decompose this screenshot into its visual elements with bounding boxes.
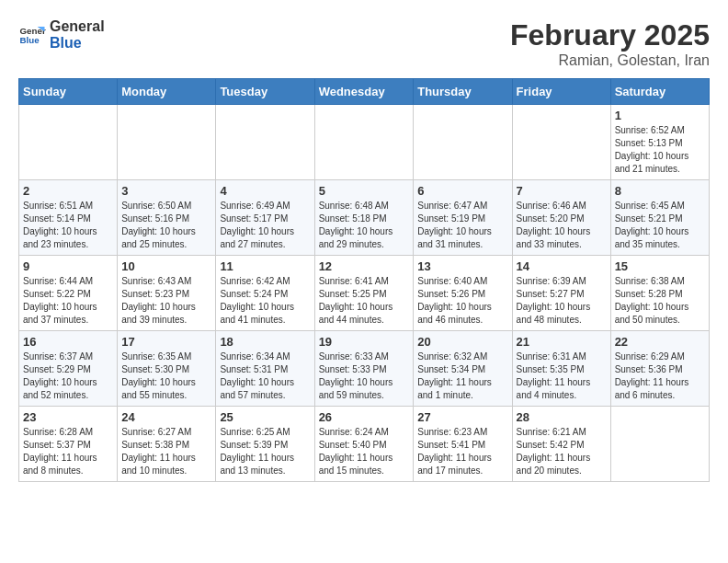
day-info: Sunrise: 6:31 AM Sunset: 5:35 PM Dayligh… [517, 350, 607, 402]
day-info: Sunrise: 6:51 AM Sunset: 5:14 PM Dayligh… [23, 200, 113, 251]
day-number: 8 [615, 184, 705, 198]
day-info: Sunrise: 6:33 AM Sunset: 5:33 PM Dayligh… [319, 350, 410, 402]
calendar-cell: 25Sunrise: 6:25 AM Sunset: 5:39 PM Dayli… [216, 407, 314, 482]
title-block: February 2025 Ramian, Golestan, Iran [510, 18, 710, 69]
calendar-cell: 21Sunrise: 6:31 AM Sunset: 5:35 PM Dayli… [512, 331, 610, 407]
calendar-cell: 6Sunrise: 6:47 AM Sunset: 5:19 PM Daylig… [414, 180, 512, 256]
day-number: 26 [319, 410, 410, 424]
logo-text-general: General [50, 18, 105, 35]
calendar-week-row: 23Sunrise: 6:28 AM Sunset: 5:37 PM Dayli… [19, 407, 710, 482]
calendar-cell: 22Sunrise: 6:29 AM Sunset: 5:36 PM Dayli… [610, 331, 709, 407]
calendar-cell: 8Sunrise: 6:45 AM Sunset: 5:21 PM Daylig… [610, 180, 709, 256]
day-info: Sunrise: 6:41 AM Sunset: 5:25 PM Dayligh… [319, 275, 410, 327]
calendar-week-row: 2Sunrise: 6:51 AM Sunset: 5:14 PM Daylig… [19, 180, 710, 256]
day-info: Sunrise: 6:25 AM Sunset: 5:39 PM Dayligh… [220, 426, 310, 477]
weekday-header-sunday: Sunday [19, 79, 118, 105]
day-number: 1 [615, 109, 705, 122]
calendar-cell: 18Sunrise: 6:34 AM Sunset: 5:31 PM Dayli… [216, 331, 314, 407]
calendar-cell: 16Sunrise: 6:37 AM Sunset: 5:29 PM Dayli… [19, 331, 118, 407]
day-info: Sunrise: 6:37 AM Sunset: 5:29 PM Dayligh… [23, 350, 113, 402]
calendar-week-row: 1Sunrise: 6:52 AM Sunset: 5:13 PM Daylig… [19, 105, 710, 180]
day-number: 13 [417, 259, 507, 273]
day-info: Sunrise: 6:24 AM Sunset: 5:40 PM Dayligh… [319, 426, 410, 477]
day-info: Sunrise: 6:38 AM Sunset: 5:28 PM Dayligh… [615, 275, 705, 327]
day-info: Sunrise: 6:40 AM Sunset: 5:26 PM Dayligh… [417, 275, 507, 327]
calendar-table: SundayMondayTuesdayWednesdayThursdayFrid… [18, 78, 710, 482]
calendar-cell: 15Sunrise: 6:38 AM Sunset: 5:28 PM Dayli… [610, 256, 709, 331]
day-number: 23 [23, 410, 113, 424]
day-info: Sunrise: 6:44 AM Sunset: 5:22 PM Dayligh… [23, 275, 113, 327]
calendar-week-row: 9Sunrise: 6:44 AM Sunset: 5:22 PM Daylig… [19, 256, 710, 331]
calendar-cell: 20Sunrise: 6:32 AM Sunset: 5:34 PM Dayli… [414, 331, 512, 407]
calendar-cell: 17Sunrise: 6:35 AM Sunset: 5:30 PM Dayli… [118, 331, 216, 407]
day-info: Sunrise: 6:29 AM Sunset: 5:36 PM Dayligh… [615, 350, 705, 402]
day-number: 6 [417, 184, 507, 198]
svg-text:Blue: Blue [20, 35, 40, 45]
calendar-week-row: 16Sunrise: 6:37 AM Sunset: 5:29 PM Dayli… [19, 331, 710, 407]
calendar-cell [19, 105, 118, 180]
logo: General Blue General Blue [18, 18, 105, 51]
day-info: Sunrise: 6:23 AM Sunset: 5:41 PM Dayligh… [417, 426, 507, 477]
day-info: Sunrise: 6:48 AM Sunset: 5:18 PM Dayligh… [319, 200, 410, 251]
day-number: 12 [319, 259, 410, 273]
day-info: Sunrise: 6:42 AM Sunset: 5:24 PM Dayligh… [220, 275, 310, 327]
day-number: 24 [121, 410, 211, 424]
calendar-cell: 28Sunrise: 6:21 AM Sunset: 5:42 PM Dayli… [512, 407, 610, 482]
weekday-header-saturday: Saturday [610, 79, 709, 105]
calendar-cell [414, 105, 512, 180]
day-info: Sunrise: 6:21 AM Sunset: 5:42 PM Dayligh… [517, 426, 607, 477]
month-year-title: February 2025 [510, 18, 710, 52]
day-number: 14 [517, 259, 607, 273]
calendar-cell [314, 105, 414, 180]
day-info: Sunrise: 6:52 AM Sunset: 5:13 PM Dayligh… [615, 124, 705, 176]
weekday-header-wednesday: Wednesday [314, 79, 414, 105]
weekday-header-monday: Monday [118, 79, 216, 105]
calendar-cell: 1Sunrise: 6:52 AM Sunset: 5:13 PM Daylig… [610, 105, 709, 180]
calendar-cell: 27Sunrise: 6:23 AM Sunset: 5:41 PM Dayli… [414, 407, 512, 482]
calendar-cell: 9Sunrise: 6:44 AM Sunset: 5:22 PM Daylig… [19, 256, 118, 331]
day-number: 7 [517, 184, 607, 198]
day-number: 25 [220, 410, 310, 424]
calendar-cell [216, 105, 314, 180]
day-number: 15 [615, 259, 705, 273]
day-number: 9 [23, 259, 113, 273]
calendar-cell: 2Sunrise: 6:51 AM Sunset: 5:14 PM Daylig… [19, 180, 118, 256]
day-number: 2 [23, 184, 113, 198]
calendar-cell: 14Sunrise: 6:39 AM Sunset: 5:27 PM Dayli… [512, 256, 610, 331]
calendar-cell: 12Sunrise: 6:41 AM Sunset: 5:25 PM Dayli… [314, 256, 414, 331]
calendar-cell: 19Sunrise: 6:33 AM Sunset: 5:33 PM Dayli… [314, 331, 414, 407]
day-number: 3 [121, 184, 211, 198]
day-number: 22 [615, 335, 705, 349]
calendar-cell: 23Sunrise: 6:28 AM Sunset: 5:37 PM Dayli… [19, 407, 118, 482]
day-number: 18 [220, 335, 310, 349]
calendar-cell [512, 105, 610, 180]
logo-text-blue: Blue [50, 35, 105, 52]
calendar-cell: 3Sunrise: 6:50 AM Sunset: 5:16 PM Daylig… [118, 180, 216, 256]
day-info: Sunrise: 6:28 AM Sunset: 5:37 PM Dayligh… [23, 426, 113, 477]
day-info: Sunrise: 6:47 AM Sunset: 5:19 PM Dayligh… [417, 200, 507, 251]
calendar-cell: 26Sunrise: 6:24 AM Sunset: 5:40 PM Dayli… [314, 407, 414, 482]
day-number: 16 [23, 335, 113, 349]
location-subtitle: Ramian, Golestan, Iran [510, 52, 710, 69]
day-info: Sunrise: 6:46 AM Sunset: 5:20 PM Dayligh… [517, 200, 607, 251]
day-number: 11 [220, 259, 310, 273]
calendar-cell: 11Sunrise: 6:42 AM Sunset: 5:24 PM Dayli… [216, 256, 314, 331]
day-number: 10 [121, 259, 211, 273]
calendar-cell: 7Sunrise: 6:46 AM Sunset: 5:20 PM Daylig… [512, 180, 610, 256]
calendar-cell: 10Sunrise: 6:43 AM Sunset: 5:23 PM Dayli… [118, 256, 216, 331]
calendar-cell [610, 407, 709, 482]
calendar-cell: 24Sunrise: 6:27 AM Sunset: 5:38 PM Dayli… [118, 407, 216, 482]
page-header: General Blue General Blue February 2025 … [18, 18, 710, 69]
weekday-header-tuesday: Tuesday [216, 79, 314, 105]
day-info: Sunrise: 6:45 AM Sunset: 5:21 PM Dayligh… [615, 200, 705, 251]
day-info: Sunrise: 6:50 AM Sunset: 5:16 PM Dayligh… [121, 200, 211, 251]
calendar-cell: 5Sunrise: 6:48 AM Sunset: 5:18 PM Daylig… [314, 180, 414, 256]
day-number: 17 [121, 335, 211, 349]
weekday-header-thursday: Thursday [414, 79, 512, 105]
weekday-header-friday: Friday [512, 79, 610, 105]
day-info: Sunrise: 6:43 AM Sunset: 5:23 PM Dayligh… [121, 275, 211, 327]
day-info: Sunrise: 6:49 AM Sunset: 5:17 PM Dayligh… [220, 200, 310, 251]
day-info: Sunrise: 6:35 AM Sunset: 5:30 PM Dayligh… [121, 350, 211, 402]
day-number: 27 [417, 410, 507, 424]
day-number: 19 [319, 335, 410, 349]
